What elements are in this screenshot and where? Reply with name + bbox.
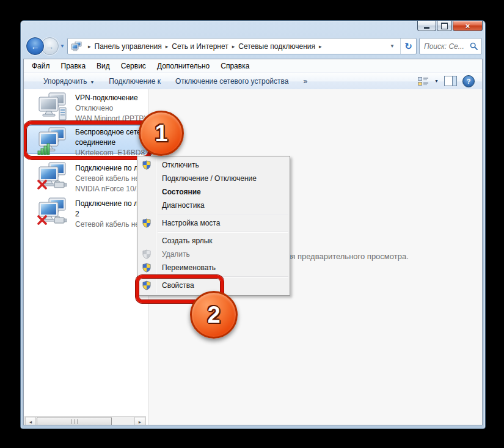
connect-to-button[interactable]: Подключение к: [101, 75, 168, 87]
menu-item-label: Создать ярлык: [162, 237, 213, 245]
scrollbar-thumb[interactable]: [37, 417, 112, 425]
callout-step-2: 2: [190, 291, 238, 339]
menu-view[interactable]: Вид: [91, 61, 115, 72]
forward-arrow-icon: →: [46, 42, 54, 51]
history-dropdown[interactable]: ▼: [60, 43, 65, 49]
scrollbar-grip-icon: [71, 419, 78, 424]
menu-file[interactable]: Файл: [26, 61, 56, 72]
menu-item-delete[interactable]: Удалить: [137, 248, 290, 261]
minimize-icon: [424, 27, 429, 29]
search-box[interactable]: [419, 38, 482, 54]
maximize-icon: [441, 23, 448, 29]
callout-step-1: 1: [139, 111, 184, 156]
client-area: Файл Правка Вид Сервис Дополнительно Спр…: [23, 59, 483, 425]
disable-device-button[interactable]: Отключение сетевого устройства: [168, 75, 296, 87]
callout-number: 2: [207, 302, 220, 328]
menu-item-diagnose[interactable]: Диагностика: [137, 199, 290, 212]
menu-item-connect-disconnect[interactable]: Подключение / Отключение: [137, 172, 290, 185]
menu-item-disable[interactable]: Отключить: [137, 158, 290, 172]
breadcrumb-network-internet[interactable]: Сеть и Интернет: [172, 42, 228, 51]
annotation-rect-step1: [24, 121, 152, 160]
chevron-down-icon: ▼: [87, 80, 94, 84]
menu-item-create-shortcut[interactable]: Создать ярлык: [137, 234, 290, 248]
menu-item-bridge[interactable]: Настройка моста: [137, 216, 290, 230]
list-item-vpn[interactable]: VPN-подключение Отключено WAN Miniport (…: [24, 90, 148, 124]
back-arrow-icon: ←: [31, 42, 40, 51]
views-icon: [418, 77, 428, 86]
uac-shield-icon: [142, 263, 152, 273]
command-toolbar: Упорядочить▼ Подключение к Отключение се…: [24, 72, 482, 90]
menu-item-status[interactable]: Состояние: [137, 185, 290, 199]
uac-shield-icon: [142, 160, 152, 170]
vpn-connection-icon: [37, 92, 69, 120]
menu-item-label: Удалить: [162, 250, 190, 259]
address-dropdown-icon[interactable]: ▼: [384, 43, 400, 49]
menu-item-label: Подключение / Отключение: [162, 174, 257, 183]
menu-item-label: Настройка моста: [162, 219, 220, 227]
uac-shield-disabled-icon: [142, 249, 152, 259]
menu-item-rename[interactable]: Переименовать: [137, 261, 290, 274]
breadcrumb-separator-icon: ▸: [84, 43, 95, 50]
menu-separator: [158, 214, 288, 215]
organize-button[interactable]: Упорядочить▼: [36, 75, 101, 87]
search-icon[interactable]: [466, 42, 481, 50]
menu-help[interactable]: Справка: [215, 61, 255, 72]
connection-status: Отключено: [75, 103, 147, 114]
lan-connection-icon: [37, 162, 69, 190]
scroll-left-button[interactable]: ◄: [25, 417, 36, 425]
breadcrumb-separator-icon[interactable]: ▸: [162, 43, 172, 50]
horizontal-scrollbar[interactable]: ◄ ►: [24, 416, 146, 425]
menu-tools[interactable]: Сервис: [115, 61, 152, 72]
list-item-lan2[interactable]: Подключение по локальной сети 2 Сетевой …: [24, 196, 148, 231]
scrollbar-track[interactable]: [36, 417, 134, 425]
help-button[interactable]: ?: [462, 75, 475, 87]
uac-shield-icon: [142, 218, 152, 228]
minimize-button[interactable]: [417, 21, 436, 31]
scroll-right-button[interactable]: ►: [134, 417, 145, 425]
close-icon: ×: [466, 21, 470, 31]
menu-edit[interactable]: Правка: [56, 61, 92, 72]
lan-connection-icon: [37, 197, 69, 226]
callout-number: 1: [155, 120, 167, 147]
breadcrumb-separator-icon[interactable]: ▸: [315, 43, 326, 50]
list-item-lan1[interactable]: Подключение по локальной сети Сетевой ка…: [24, 160, 148, 196]
breadcrumb-control-panel[interactable]: Панель управления: [95, 42, 162, 51]
back-button[interactable]: ←: [26, 37, 44, 55]
chevron-down-icon: ▼: [431, 79, 439, 83]
menu-item-label: Диагностика: [162, 201, 205, 210]
views-button[interactable]: ▼: [418, 77, 439, 86]
window-controls: ×: [417, 21, 483, 31]
menu-advanced[interactable]: Дополнительно: [152, 61, 215, 72]
breadcrumb-separator-icon[interactable]: ▸: [228, 43, 239, 50]
folder-content: Выберите файл для предварительного просм…: [24, 89, 482, 425]
close-button[interactable]: ×: [453, 21, 483, 31]
menu-item-label: Состояние: [162, 188, 201, 196]
menu-bar: Файл Правка Вид Сервис Дополнительно Спр…: [24, 59, 482, 72]
breadcrumb-network-connections[interactable]: Сетевые подключения: [238, 42, 315, 51]
network-connections-icon: [71, 42, 82, 51]
menu-item-label: Переименовать: [162, 263, 216, 272]
navigation-bar: ← → ▼ ▸ Панель управления ▸ Сеть и Интер…: [21, 35, 485, 56]
maximize-button[interactable]: [437, 21, 452, 31]
refresh-button[interactable]: ↻: [400, 39, 416, 54]
more-commands-button[interactable]: »: [296, 75, 315, 87]
search-input[interactable]: [420, 42, 466, 51]
explorer-window: × ← → ▼ ▸ Панель управления ▸ Сеть и Инт…: [20, 20, 486, 429]
address-bar[interactable]: ▸ Панель управления ▸ Сеть и Интернет ▸ …: [67, 38, 417, 54]
preview-pane-button[interactable]: [444, 76, 457, 86]
connection-name: VPN-подключение: [75, 93, 147, 103]
menu-item-label: Отключить: [162, 161, 199, 169]
menu-separator: [158, 232, 288, 232]
